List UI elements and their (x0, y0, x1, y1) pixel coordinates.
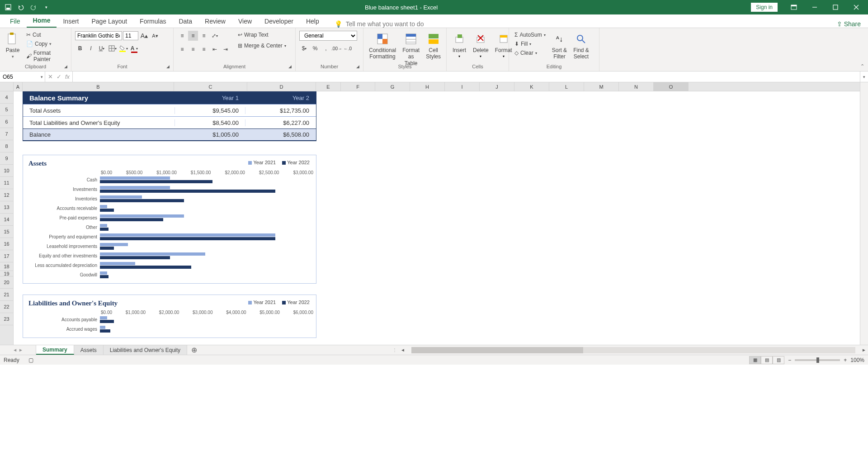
dialog-launcher-icon[interactable]: ◢ (64, 64, 70, 70)
sheet-tab-liabilities[interactable]: Liabilities and Owner's Equity (104, 345, 187, 355)
zoom-out-icon[interactable]: − (788, 357, 791, 363)
align-middle-icon[interactable]: ≡ (188, 31, 198, 41)
customize-qat-icon[interactable]: ▾ (41, 2, 52, 13)
cancel-icon[interactable]: ✕ (48, 73, 53, 80)
wrap-text-button[interactable]: ↩Wrap Text (236, 31, 288, 39)
fx-icon[interactable]: fx (65, 73, 70, 80)
share-button[interactable]: ⇪ Share (837, 20, 861, 28)
zoom-in-icon[interactable]: + (844, 357, 847, 363)
row-header[interactable]: 9 (0, 152, 13, 165)
row-header[interactable]: 5 (0, 104, 13, 116)
cut-button[interactable]: ✂Cut (24, 31, 67, 39)
cell[interactable]: $1,005.00 (175, 131, 245, 138)
column-header[interactable]: C (174, 82, 247, 91)
row-label[interactable]: Balance (23, 131, 175, 138)
sort-filter-button[interactable]: ᴬ↓Sort & Filter (550, 31, 569, 61)
row-header[interactable]: 12 (0, 189, 13, 201)
font-color-button[interactable]: A▾ (129, 43, 139, 53)
vertical-scrollbar[interactable] (860, 82, 868, 345)
bold-button[interactable]: B (75, 43, 85, 53)
zoom-thumb[interactable] (816, 357, 819, 363)
column-header[interactable]: B (23, 82, 174, 91)
dialog-launcher-icon[interactable]: ◢ (288, 64, 294, 70)
italic-button[interactable]: I (86, 43, 96, 53)
cell[interactable]: $12,735.00 (245, 107, 316, 114)
accounting-format-icon[interactable]: $▾ (299, 43, 309, 53)
sheet-tab-summary[interactable]: Summary (36, 345, 74, 355)
column-header[interactable]: D (247, 82, 316, 91)
formula-bar[interactable] (73, 71, 860, 82)
clear-button[interactable]: ◇Clear ▾ (513, 49, 547, 57)
signin-button[interactable]: Sign in (751, 3, 778, 12)
enter-icon[interactable]: ✓ (57, 73, 61, 80)
format-painter-button[interactable]: 🖌Format Painter (24, 49, 67, 63)
autosum-button[interactable]: ΣAutoSum ▾ (513, 31, 547, 39)
tab-formulas[interactable]: Formulas (133, 15, 172, 28)
close-icon[interactable] (846, 0, 866, 14)
borders-button[interactable]: ▾ (108, 43, 118, 53)
tab-developer[interactable]: Developer (258, 15, 300, 28)
tab-help[interactable]: Help (300, 15, 326, 28)
row-header[interactable]: 14 (0, 214, 13, 226)
minimize-icon[interactable] (805, 0, 825, 14)
increase-decimal-icon[interactable]: .00→ (332, 43, 342, 53)
scroll-thumb[interactable] (411, 347, 583, 353)
page-layout-view-icon[interactable]: ▤ (761, 356, 773, 364)
tab-insert[interactable]: Insert (57, 15, 85, 28)
column-header[interactable]: K (514, 82, 549, 91)
column-header[interactable]: H (410, 82, 445, 91)
merge-center-button[interactable]: ⊞Merge & Center ▾ (236, 42, 288, 50)
tab-data[interactable]: Data (172, 15, 198, 28)
column-header[interactable]: A (14, 82, 23, 91)
number-format-combo[interactable]: General (299, 31, 357, 41)
tell-me-search[interactable]: 💡 Tell me what you want to do (335, 20, 424, 28)
orientation-icon[interactable]: ⤢▾ (210, 31, 220, 41)
maximize-icon[interactable] (826, 0, 845, 14)
new-sheet-button[interactable]: ⊕ (187, 345, 201, 355)
column-header[interactable]: E (316, 82, 341, 91)
cell[interactable]: $6,227.00 (245, 119, 316, 126)
row-label[interactable]: Total Liabilities and Owner's Equity (23, 119, 175, 126)
tab-page-layout[interactable]: Page Layout (85, 15, 133, 28)
expand-formula-bar-icon[interactable]: ▾ (860, 71, 868, 82)
scroll-right-icon[interactable]: ► (862, 347, 866, 352)
column-header[interactable]: G (375, 82, 410, 91)
percent-format-icon[interactable]: % (310, 43, 320, 53)
row-label[interactable]: Total Assets (23, 107, 175, 114)
select-all-corner[interactable] (0, 82, 14, 91)
align-right-icon[interactable]: ≡ (199, 44, 209, 54)
row-header[interactable]: 18 (0, 262, 13, 271)
tab-split-handle[interactable]: ⋮ (391, 345, 399, 355)
row-header[interactable]: 20 (0, 276, 13, 289)
cell[interactable]: $6,508.00 (245, 131, 316, 138)
column-header[interactable]: O (654, 82, 689, 91)
zoom-level[interactable]: 100% (850, 357, 864, 363)
row-header[interactable]: 22 (0, 301, 13, 313)
underline-button[interactable]: U▾ (97, 43, 107, 53)
paste-button[interactable]: Paste ▾ (4, 31, 22, 60)
align-top-icon[interactable]: ≡ (177, 31, 187, 41)
cell[interactable]: $9,545.00 (175, 107, 245, 114)
normal-view-icon[interactable]: ▦ (749, 356, 761, 364)
font-size-combo[interactable] (123, 31, 138, 40)
align-center-icon[interactable]: ≡ (188, 44, 198, 54)
column-header[interactable]: F (341, 82, 375, 91)
font-name-combo[interactable] (75, 31, 122, 40)
redo-icon[interactable] (28, 2, 39, 13)
conditional-formatting-button[interactable]: Conditional Formatting (367, 31, 398, 61)
sheet-nav[interactable]: ◄ ► (0, 345, 36, 355)
row-header[interactable]: 10 (0, 165, 13, 177)
row-header[interactable]: 6 (0, 116, 13, 128)
column-header[interactable]: I (445, 82, 480, 91)
increase-font-icon[interactable]: A▴ (139, 31, 149, 41)
tab-review[interactable]: Review (198, 15, 232, 28)
row-header[interactable]: 15 (0, 226, 13, 238)
dialog-launcher-icon[interactable]: ◢ (356, 64, 362, 70)
column-header[interactable]: J (480, 82, 514, 91)
macro-record-icon[interactable]: ▢ (28, 357, 33, 363)
delete-cells-button[interactable]: Delete▾ (471, 31, 491, 59)
grid-body[interactable]: Balance Summary Year 1 Year 2 Total Asse… (14, 91, 860, 345)
row-header[interactable]: 7 (0, 128, 13, 140)
align-bottom-icon[interactable]: ≡ (199, 31, 209, 41)
column-header[interactable]: N (619, 82, 654, 91)
